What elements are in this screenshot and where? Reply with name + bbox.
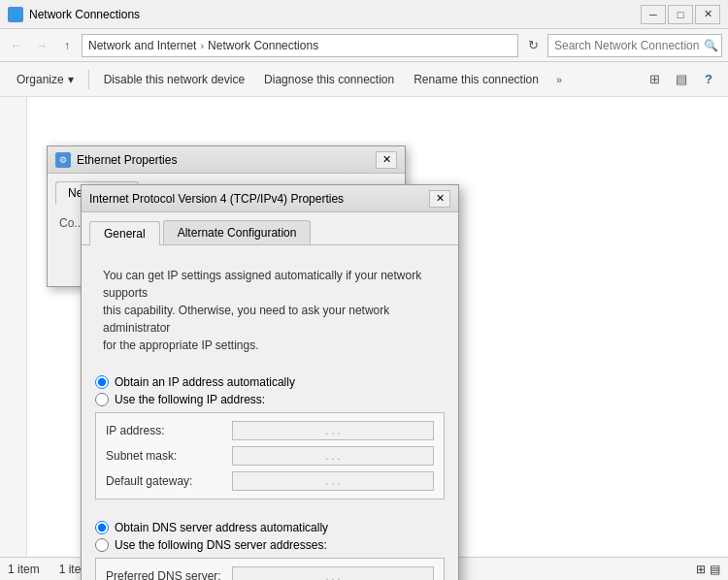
tcp-close-button[interactable]: ✕: [429, 190, 450, 208]
tcp-description: You can get IP settings assigned automat…: [95, 259, 445, 362]
status-view-icon-1: ⊞: [696, 563, 706, 576]
gateway-input[interactable]: [232, 471, 434, 491]
help-button[interactable]: ?: [697, 68, 720, 91]
view-button-1[interactable]: ⊞: [643, 68, 666, 91]
minimize-button[interactable]: ─: [641, 5, 666, 24]
nav-panel: [0, 97, 27, 557]
preferred-dns-label: Preferred DNS server:: [106, 569, 232, 580]
up-button[interactable]: ↑: [56, 35, 78, 56]
diagnose-button[interactable]: Diagnose this connection: [255, 66, 403, 93]
rename-button[interactable]: Rename this connection: [405, 66, 547, 93]
path-segment-2: Network Connections: [208, 39, 318, 52]
tab-general[interactable]: General: [89, 221, 160, 245]
tcp-body: You can get IP settings assigned automat…: [82, 245, 458, 580]
obtain-dns-auto-label[interactable]: Obtain DNS server address automatically: [95, 521, 445, 534]
tcp-ipv4-dialog: Internet Protocol Version 4 (TCP/IPv4) P…: [81, 184, 459, 580]
ethernet-title-bar: ⚙ Ethernet Properties ✕: [48, 146, 405, 174]
search-input[interactable]: [554, 39, 700, 52]
ip-radio-group: Obtain an IP address automatically Use t…: [95, 375, 445, 406]
title-bar: 🌐 Network Connections ─ □ ✕: [0, 0, 728, 29]
ethernet-dialog-icon: ⚙: [55, 152, 71, 168]
search-box[interactable]: 🔍: [547, 34, 722, 57]
use-following-dns-radio[interactable]: [95, 538, 109, 552]
toolbar-right: ⊞ ▤ ?: [643, 68, 720, 91]
subnet-mask-input[interactable]: [232, 446, 434, 466]
view-button-2[interactable]: ▤: [670, 68, 693, 91]
ip-address-row: IP address:: [106, 421, 434, 440]
tcp-dialog-title: Internet Protocol Version 4 (TCP/IPv4) P…: [89, 192, 429, 206]
maximize-button[interactable]: □: [668, 5, 693, 24]
subnet-mask-label: Subnet mask:: [106, 449, 232, 463]
refresh-button[interactable]: ↻: [522, 35, 544, 56]
use-following-ip-label[interactable]: Use the following IP address:: [95, 393, 445, 406]
ip-fields-group: IP address: Subnet mask: Default gateway…: [95, 412, 445, 499]
obtain-dns-auto-radio[interactable]: [95, 521, 109, 534]
disable-button[interactable]: Disable this network device: [95, 66, 253, 93]
obtain-ip-auto-radio[interactable]: [95, 375, 109, 389]
path-sep-1: ›: [200, 40, 204, 51]
close-button[interactable]: ✕: [695, 5, 720, 24]
search-icon: 🔍: [704, 39, 718, 52]
status-view-icon-2: ▤: [710, 563, 720, 576]
status-right: ⊞ ▤: [696, 563, 720, 576]
preferred-dns-input[interactable]: [232, 566, 434, 580]
ip-address-input[interactable]: [232, 421, 434, 440]
address-path[interactable]: Network and Internet › Network Connectio…: [82, 34, 518, 57]
gateway-label: Default gateway:: [106, 474, 232, 488]
gateway-row: Default gateway:: [106, 471, 434, 491]
address-bar: ← → ↑ Network and Internet › Network Con…: [0, 29, 728, 62]
dns-fields-group: Preferred DNS server: Alternate DNS serv…: [95, 558, 445, 580]
ethernet-dialog-title: Ethernet Properties: [77, 153, 376, 167]
window-icon: 🌐: [8, 7, 23, 22]
obtain-ip-auto-label[interactable]: Obtain an IP address automatically: [95, 375, 445, 389]
window-title: Network Connections: [29, 8, 641, 21]
more-button[interactable]: »: [549, 66, 569, 93]
main-content: ⚙ Ethernet Properties ✕ Networking Co...…: [0, 97, 728, 557]
content-area: ⚙ Ethernet Properties ✕ Networking Co...…: [27, 97, 728, 557]
tab-alternate-config[interactable]: Alternate Configuration: [163, 220, 312, 244]
path-segment-1: Network and Internet: [88, 39, 196, 52]
status-count: 1 item: [8, 563, 40, 576]
use-following-ip-radio[interactable]: [95, 393, 109, 406]
window-controls: ─ □ ✕: [641, 5, 720, 24]
subnet-mask-row: Subnet mask:: [106, 446, 434, 466]
organize-button[interactable]: Organize ▾: [8, 66, 83, 93]
use-following-dns-label[interactable]: Use the following DNS server addresses:: [95, 538, 445, 552]
forward-button[interactable]: →: [31, 35, 52, 56]
back-button[interactable]: ←: [6, 35, 27, 56]
preferred-dns-row: Preferred DNS server:: [106, 566, 434, 580]
ip-address-label: IP address:: [106, 424, 232, 437]
toolbar-separator: [88, 70, 89, 89]
toolbar: Organize ▾ Disable this network device D…: [0, 62, 728, 97]
ethernet-close-button[interactable]: ✕: [376, 151, 397, 169]
dns-radio-group: Obtain DNS server address automatically …: [95, 521, 445, 552]
tcp-title-bar: Internet Protocol Version 4 (TCP/IPv4) P…: [82, 185, 458, 212]
tcp-tabs: General Alternate Configuration: [82, 212, 458, 245]
